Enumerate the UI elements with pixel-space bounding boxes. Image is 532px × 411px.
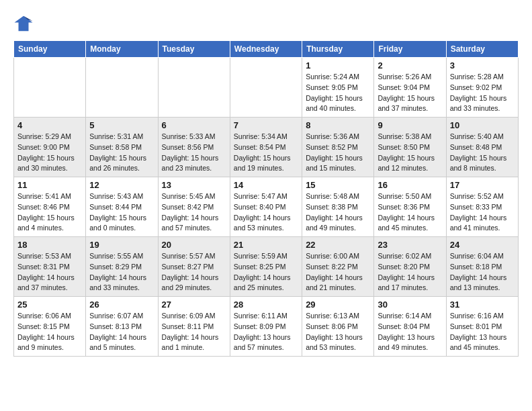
day-info: Sunrise: 5:48 AMSunset: 8:38 PMDaylight:… bbox=[306, 191, 370, 234]
day-info: Sunrise: 6:06 AMSunset: 8:15 PMDaylight:… bbox=[17, 311, 82, 353]
day-info: Sunrise: 5:38 AMSunset: 8:50 PMDaylight:… bbox=[378, 132, 442, 174]
weekday-header: Friday bbox=[374, 41, 446, 58]
day-number: 19 bbox=[89, 240, 154, 250]
day-number: 20 bbox=[162, 240, 226, 250]
calendar-week-row: 1Sunrise: 5:24 AMSunset: 9:05 PMDaylight… bbox=[14, 58, 519, 118]
day-info: Sunrise: 6:13 AMSunset: 8:06 PMDaylight:… bbox=[306, 311, 370, 353]
day-info: Sunrise: 5:26 AMSunset: 9:04 PMDaylight:… bbox=[378, 72, 442, 114]
day-number: 13 bbox=[162, 180, 226, 190]
calendar-cell: 9Sunrise: 5:38 AMSunset: 8:50 PMDaylight… bbox=[374, 118, 446, 177]
day-info: Sunrise: 6:04 AMSunset: 8:18 PMDaylight:… bbox=[450, 251, 515, 293]
calendar-cell: 26Sunrise: 6:07 AMSunset: 8:13 PMDayligh… bbox=[86, 297, 158, 357]
day-number: 21 bbox=[234, 240, 298, 250]
day-number: 16 bbox=[378, 180, 442, 190]
day-info: Sunrise: 5:34 AMSunset: 8:54 PMDaylight:… bbox=[234, 132, 298, 174]
day-number: 10 bbox=[450, 120, 515, 130]
calendar-cell: 28Sunrise: 6:11 AMSunset: 8:09 PMDayligh… bbox=[230, 297, 302, 357]
header bbox=[13, 13, 519, 34]
calendar-cell: 21Sunrise: 5:59 AMSunset: 8:25 PMDayligh… bbox=[230, 237, 302, 297]
calendar-cell: 12Sunrise: 5:43 AMSunset: 8:44 PMDayligh… bbox=[86, 177, 158, 237]
day-number: 3 bbox=[450, 60, 515, 71]
calendar-cell: 17Sunrise: 5:52 AMSunset: 8:33 PMDayligh… bbox=[446, 177, 518, 237]
calendar-cell: 30Sunrise: 6:14 AMSunset: 8:04 PMDayligh… bbox=[374, 297, 446, 357]
calendar-week-row: 18Sunrise: 5:53 AMSunset: 8:31 PMDayligh… bbox=[14, 237, 519, 297]
calendar-cell: 4Sunrise: 5:29 AMSunset: 9:00 PMDaylight… bbox=[14, 118, 86, 177]
day-number: 1 bbox=[306, 60, 370, 71]
day-info: Sunrise: 5:33 AMSunset: 8:56 PMDaylight:… bbox=[162, 132, 226, 174]
calendar-cell: 2Sunrise: 5:26 AMSunset: 9:04 PMDaylight… bbox=[374, 58, 446, 118]
day-info: Sunrise: 6:16 AMSunset: 8:01 PMDaylight:… bbox=[450, 311, 515, 353]
day-number: 30 bbox=[378, 300, 442, 310]
calendar: SundayMondayTuesdayWednesdayThursdayFrid… bbox=[13, 40, 519, 357]
day-number: 24 bbox=[450, 240, 515, 250]
calendar-cell bbox=[158, 58, 230, 118]
day-info: Sunrise: 5:53 AMSunset: 8:31 PMDaylight:… bbox=[17, 251, 82, 293]
day-info: Sunrise: 5:40 AMSunset: 8:48 PMDaylight:… bbox=[450, 132, 515, 174]
calendar-cell: 18Sunrise: 5:53 AMSunset: 8:31 PMDayligh… bbox=[14, 237, 86, 297]
day-info: Sunrise: 5:57 AMSunset: 8:27 PMDaylight:… bbox=[162, 251, 226, 293]
calendar-week-row: 25Sunrise: 6:06 AMSunset: 8:15 PMDayligh… bbox=[14, 297, 519, 357]
day-info: Sunrise: 5:52 AMSunset: 8:33 PMDaylight:… bbox=[450, 191, 515, 234]
weekday-header: Wednesday bbox=[230, 41, 302, 58]
calendar-cell: 14Sunrise: 5:47 AMSunset: 8:40 PMDayligh… bbox=[230, 177, 302, 237]
day-number: 8 bbox=[306, 120, 370, 130]
day-number: 6 bbox=[162, 120, 226, 130]
weekday-header: Sunday bbox=[14, 41, 86, 58]
calendar-cell: 10Sunrise: 5:40 AMSunset: 8:48 PMDayligh… bbox=[446, 118, 518, 177]
weekday-header: Saturday bbox=[446, 41, 518, 58]
day-number: 11 bbox=[17, 180, 82, 190]
day-info: Sunrise: 5:45 AMSunset: 8:42 PMDaylight:… bbox=[162, 191, 226, 234]
day-info: Sunrise: 5:41 AMSunset: 8:46 PMDaylight:… bbox=[17, 191, 82, 234]
calendar-cell: 5Sunrise: 5:31 AMSunset: 8:58 PMDaylight… bbox=[86, 118, 158, 177]
day-info: Sunrise: 5:29 AMSunset: 9:00 PMDaylight:… bbox=[17, 132, 82, 174]
day-info: Sunrise: 6:07 AMSunset: 8:13 PMDaylight:… bbox=[89, 311, 154, 353]
calendar-cell: 31Sunrise: 6:16 AMSunset: 8:01 PMDayligh… bbox=[446, 297, 518, 357]
calendar-cell: 7Sunrise: 5:34 AMSunset: 8:54 PMDaylight… bbox=[230, 118, 302, 177]
calendar-cell: 6Sunrise: 5:33 AMSunset: 8:56 PMDaylight… bbox=[158, 118, 230, 177]
weekday-header: Monday bbox=[86, 41, 158, 58]
day-info: Sunrise: 5:47 AMSunset: 8:40 PMDaylight:… bbox=[234, 191, 298, 234]
calendar-cell: 29Sunrise: 6:13 AMSunset: 8:06 PMDayligh… bbox=[302, 297, 374, 357]
calendar-cell: 22Sunrise: 6:00 AMSunset: 8:22 PMDayligh… bbox=[302, 237, 374, 297]
day-number: 23 bbox=[378, 240, 442, 250]
svg-marker-0 bbox=[15, 16, 33, 32]
day-info: Sunrise: 5:59 AMSunset: 8:25 PMDaylight:… bbox=[234, 251, 298, 293]
day-info: Sunrise: 5:55 AMSunset: 8:29 PMDaylight:… bbox=[89, 251, 154, 293]
day-info: Sunrise: 6:09 AMSunset: 8:11 PMDaylight:… bbox=[162, 311, 226, 353]
day-number: 7 bbox=[234, 120, 298, 130]
day-info: Sunrise: 5:43 AMSunset: 8:44 PMDaylight:… bbox=[89, 191, 154, 234]
calendar-week-row: 4Sunrise: 5:29 AMSunset: 9:00 PMDaylight… bbox=[14, 118, 519, 177]
calendar-cell bbox=[230, 58, 302, 118]
day-number: 17 bbox=[450, 180, 515, 190]
calendar-cell: 13Sunrise: 5:45 AMSunset: 8:42 PMDayligh… bbox=[158, 177, 230, 237]
calendar-cell bbox=[86, 58, 158, 118]
day-info: Sunrise: 5:24 AMSunset: 9:05 PMDaylight:… bbox=[306, 72, 370, 114]
day-info: Sunrise: 6:14 AMSunset: 8:04 PMDaylight:… bbox=[378, 311, 442, 353]
calendar-cell: 16Sunrise: 5:50 AMSunset: 8:36 PMDayligh… bbox=[374, 177, 446, 237]
weekday-header-row: SundayMondayTuesdayWednesdayThursdayFrid… bbox=[14, 41, 519, 58]
calendar-cell: 23Sunrise: 6:02 AMSunset: 8:20 PMDayligh… bbox=[374, 237, 446, 297]
calendar-cell bbox=[14, 58, 86, 118]
calendar-cell: 20Sunrise: 5:57 AMSunset: 8:27 PMDayligh… bbox=[158, 237, 230, 297]
day-number: 22 bbox=[306, 240, 370, 250]
logo-icon bbox=[13, 13, 34, 34]
day-number: 31 bbox=[450, 300, 515, 310]
day-info: Sunrise: 5:36 AMSunset: 8:52 PMDaylight:… bbox=[306, 132, 370, 174]
day-number: 26 bbox=[89, 300, 154, 310]
calendar-cell: 1Sunrise: 5:24 AMSunset: 9:05 PMDaylight… bbox=[302, 58, 374, 118]
day-info: Sunrise: 6:02 AMSunset: 8:20 PMDaylight:… bbox=[378, 251, 442, 293]
day-number: 4 bbox=[17, 120, 82, 130]
calendar-cell: 25Sunrise: 6:06 AMSunset: 8:15 PMDayligh… bbox=[14, 297, 86, 357]
weekday-header: Tuesday bbox=[158, 41, 230, 58]
calendar-week-row: 11Sunrise: 5:41 AMSunset: 8:46 PMDayligh… bbox=[14, 177, 519, 237]
calendar-cell: 27Sunrise: 6:09 AMSunset: 8:11 PMDayligh… bbox=[158, 297, 230, 357]
day-number: 9 bbox=[378, 120, 442, 130]
calendar-cell: 8Sunrise: 5:36 AMSunset: 8:52 PMDaylight… bbox=[302, 118, 374, 177]
day-number: 14 bbox=[234, 180, 298, 190]
day-info: Sunrise: 6:00 AMSunset: 8:22 PMDaylight:… bbox=[306, 251, 370, 293]
day-number: 27 bbox=[162, 300, 226, 310]
day-info: Sunrise: 5:28 AMSunset: 9:02 PMDaylight:… bbox=[450, 72, 515, 114]
weekday-header: Thursday bbox=[302, 41, 374, 58]
day-info: Sunrise: 5:31 AMSunset: 8:58 PMDaylight:… bbox=[89, 132, 154, 174]
calendar-cell: 19Sunrise: 5:55 AMSunset: 8:29 PMDayligh… bbox=[86, 237, 158, 297]
